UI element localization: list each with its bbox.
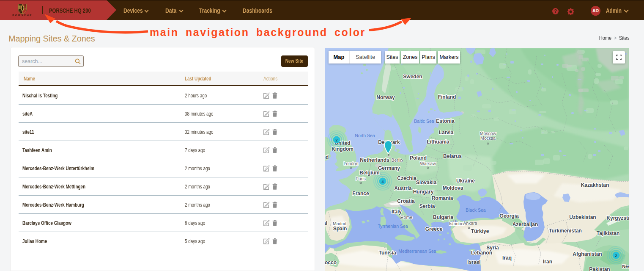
svg-text:Baltic Sea: Baltic Sea: [414, 119, 434, 124]
svg-text:Norway: Norway: [376, 94, 395, 100]
svg-text:Москва: Москва: [480, 136, 496, 141]
svg-text:Bulgaria: Bulgaria: [433, 214, 453, 220]
svg-text:Tyrrhenian Sea: Tyrrhenian Sea: [378, 224, 408, 229]
svg-text:Black Sea: Black Sea: [466, 207, 485, 213]
svg-text:Ukraine: Ukraine: [456, 178, 475, 184]
svg-text:Greece: Greece: [425, 226, 443, 232]
svg-text:Austria: Austria: [394, 185, 412, 191]
svg-text:Croatia: Croatia: [397, 198, 415, 204]
svg-text:Afghanistan: Afghanistan: [573, 251, 602, 257]
svg-text:Pakistan: Pakistan: [589, 266, 610, 271]
svg-text:Israel: Israel: [467, 259, 480, 265]
svg-text:Kazakhstan: Kazakhstan: [581, 182, 609, 188]
svg-text:North Sea: North Sea: [355, 133, 375, 138]
svg-text:Latvia: Latvia: [439, 130, 454, 136]
svg-text:Georgia: Georgia: [499, 213, 519, 219]
svg-text:Uzbekistan: Uzbekistan: [569, 214, 596, 220]
svg-text:Netherlands: Netherlands: [360, 157, 389, 163]
svg-text:Rome: Rome: [400, 215, 412, 220]
svg-text:Tajikistan: Tajikistan: [597, 230, 619, 236]
svg-text:Hungary: Hungary: [413, 189, 434, 195]
svg-text:Tunisia: Tunisia: [378, 250, 396, 256]
svg-text:Estonia: Estonia: [436, 118, 455, 124]
svg-text:Moldova: Moldova: [443, 185, 463, 191]
svg-text:al: al: [325, 220, 327, 226]
svg-text:Syria: Syria: [486, 245, 499, 251]
svg-text:orocco: orocco: [325, 260, 337, 265]
svg-text:Serbia: Serbia: [419, 203, 435, 209]
svg-text:Poland: Poland: [410, 155, 427, 161]
svg-text:Azerbaijan: Azerbaijan: [512, 221, 538, 227]
svg-text:Mediterranean Sea: Mediterranean Sea: [398, 249, 436, 254]
svg-text:Kyrgyzsta: Kyrgyzsta: [606, 215, 629, 221]
svg-text:Lithuania: Lithuania: [427, 139, 449, 145]
svg-text:Finland: Finland: [438, 94, 456, 100]
svg-text:Slovakia: Slovakia: [416, 180, 437, 185]
svg-text:Nev: Nev: [622, 264, 629, 269]
svg-text:France: France: [352, 191, 369, 196]
svg-text:London: London: [343, 161, 358, 166]
svg-text:Sweden: Sweden: [403, 74, 422, 80]
svg-text:nd: nd: [325, 154, 329, 160]
svg-text:Czechia: Czechia: [397, 175, 417, 181]
svg-text:Kingdom: Kingdom: [332, 146, 354, 152]
svg-text:Ankara: Ankara: [463, 221, 477, 226]
svg-text:Türkiye: Türkiye: [471, 228, 489, 234]
svg-text:Lebanon: Lebanon: [471, 250, 492, 256]
svg-text:Romania: Romania: [432, 195, 453, 201]
svg-text:Iraq: Iraq: [502, 255, 512, 261]
svg-text:4: 4: [381, 179, 384, 184]
svg-text:Paris: Paris: [356, 176, 366, 181]
svg-text:İstanbul: İstanbul: [449, 221, 465, 226]
svg-text:2: 2: [615, 253, 617, 258]
svg-text:Germany: Germany: [378, 165, 400, 171]
svg-text:Italy: Italy: [392, 209, 402, 215]
svg-text:Belarus: Belarus: [443, 153, 462, 159]
svg-text:Madrid: Madrid: [333, 221, 346, 226]
svg-text:2: 2: [335, 138, 337, 142]
svg-text:Warsaw: Warsaw: [420, 161, 436, 166]
svg-text:Turkmenistan: Turkmenistan: [549, 228, 582, 234]
svg-text:Iran: Iran: [543, 259, 552, 265]
